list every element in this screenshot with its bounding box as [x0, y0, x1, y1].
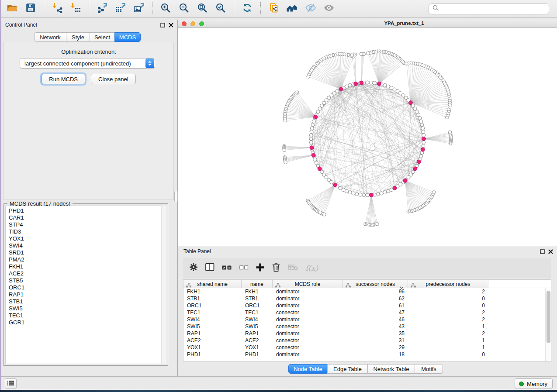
import-table-button[interactable]	[66, 1, 85, 16]
eye-icon	[323, 3, 335, 15]
table-row[interactable]: FKH1FKH1dominator962	[183, 288, 551, 295]
column-header-MCDS-role[interactable]: MCDS role	[273, 280, 343, 288]
mcds-result-list[interactable]: PHD1CAR1STP4TID3YOX1SWI4SRD1PMA2FKH1ACE2…	[5, 206, 166, 364]
column-header-shared-name[interactable]: shared name	[183, 280, 242, 288]
select-all-columns-button[interactable]	[222, 264, 232, 272]
float-panel-button[interactable]	[540, 249, 545, 254]
zoom-selected-button[interactable]	[211, 1, 230, 16]
network-window-titlebar[interactable]: YPA_prune.txt_1	[178, 20, 557, 28]
zoom-selected-icon	[215, 3, 226, 15]
mcds-node-item[interactable]: TID3	[9, 228, 160, 235]
table-row[interactable]: SWI5SWI5connector431	[183, 323, 551, 330]
tab-network[interactable]: Network	[34, 32, 66, 42]
table-cell: ORC1	[242, 302, 273, 309]
first-neighbors-button[interactable]	[283, 1, 301, 16]
open-file-button[interactable]	[3, 1, 21, 16]
tab-node-table[interactable]: Node Table	[288, 364, 328, 374]
refresh-button[interactable]	[238, 1, 256, 16]
search-input[interactable]	[442, 6, 545, 12]
show-panels-button[interactable]	[5, 378, 17, 389]
zoom-in-button[interactable]	[156, 1, 175, 16]
table-row[interactable]: PHD1PHD1dominator180	[183, 351, 551, 358]
mcds-node-item[interactable]: CAR1	[9, 214, 160, 221]
tab-motifs[interactable]: Motifs	[415, 364, 443, 374]
network-graph[interactable]	[178, 28, 557, 246]
tab-select[interactable]: Select	[90, 32, 115, 42]
table-row[interactable]: SWI4SWI4dominator462	[183, 316, 551, 323]
tab-edge-table[interactable]: Edge Table	[327, 364, 368, 374]
column-header-predecessor-nodes[interactable]: predecessor nodes	[408, 280, 488, 288]
mcds-node-item[interactable]: SRD1	[9, 249, 160, 256]
tab-network-table[interactable]: Network Table	[367, 364, 415, 374]
table-cell: dominator	[273, 288, 343, 295]
minimize-window-button[interactable]	[190, 21, 195, 26]
mcds-node-item[interactable]: RAP1	[9, 291, 160, 298]
delete-table-button[interactable]	[288, 264, 298, 272]
deselect-all-columns-button[interactable]	[239, 264, 249, 272]
table-cell: connector	[273, 323, 343, 330]
mcds-node-item[interactable]: SWI4	[9, 242, 160, 249]
dropdown-stepper-icon	[145, 58, 154, 68]
mcds-node-item[interactable]: STB5	[9, 277, 160, 284]
mcds-node-item[interactable]: STB1	[9, 298, 160, 305]
table-row[interactable]: TEC1TEC1connector472	[183, 309, 551, 316]
float-panel-button[interactable]	[160, 23, 165, 28]
mcds-node-item[interactable]: FKH1	[9, 263, 160, 270]
network-canvas[interactable]	[178, 28, 557, 246]
close-panel-button[interactable]	[548, 249, 553, 254]
mcds-node-item[interactable]: GCR1	[9, 319, 160, 326]
memory-button[interactable]: Memory	[515, 378, 553, 389]
result-scrollbar[interactable]	[161, 206, 166, 364]
table-cell: TEC1	[242, 309, 273, 316]
table-cell: 2	[408, 330, 488, 337]
run-mcds-button[interactable]: Run MCDS	[42, 74, 85, 84]
export-image-button[interactable]	[130, 1, 148, 16]
table-row[interactable]: RAP1RAP1dominator352	[183, 330, 551, 337]
sort-chevron-icon	[400, 283, 404, 291]
mcds-node-item[interactable]: SWI5	[9, 305, 160, 312]
table-settings-button[interactable]	[189, 263, 198, 273]
scrollbar-thumb[interactable]	[547, 291, 550, 343]
import-network-button[interactable]	[48, 1, 66, 16]
splitter-handle[interactable]	[174, 191, 178, 202]
zoom-fit-button[interactable]	[193, 1, 211, 16]
table-row[interactable]: YOX1YOX1connector291	[183, 344, 551, 351]
export-table-button[interactable]	[111, 1, 130, 16]
optimization-criterion-label: Optimization criterion:	[4, 48, 173, 55]
table-scrollbar[interactable]	[545, 288, 551, 361]
panel-list-icon	[7, 380, 14, 388]
save-session-button[interactable]	[21, 1, 40, 16]
create-column-button[interactable]	[256, 263, 264, 273]
search-box[interactable]	[429, 3, 549, 14]
mcds-node-item[interactable]: PMA2	[9, 256, 160, 263]
table-cell: PHD1	[242, 351, 273, 358]
mcds-node-item[interactable]: TEC1	[9, 312, 160, 319]
hide-selected-button[interactable]	[301, 1, 320, 16]
sitemap-icon	[186, 282, 191, 289]
mcds-node-item[interactable]: STP4	[9, 221, 160, 228]
maximize-window-button[interactable]	[199, 21, 204, 26]
show-all-button[interactable]	[320, 1, 338, 16]
tab-style[interactable]: Style	[66, 32, 90, 42]
criterion-dropdown[interactable]: largest connected component (undirected)	[20, 58, 155, 69]
table-row[interactable]: ACE2ACE2connector311	[183, 337, 551, 344]
tab-mcds[interactable]: MCDS	[114, 32, 141, 42]
duplicate-network-button[interactable]	[265, 1, 283, 16]
mcds-node-item[interactable]: PHD1	[9, 207, 160, 214]
column-header-name[interactable]: name	[242, 280, 273, 288]
delete-column-button[interactable]	[272, 263, 280, 274]
table-cell: 31	[343, 337, 408, 344]
close-panel-button[interactable]	[169, 23, 173, 28]
table-row[interactable]: STB1STB1dominator620	[183, 295, 551, 302]
close-panel-button-2[interactable]: Close panel	[91, 74, 136, 84]
mcds-node-item[interactable]: ORC1	[9, 284, 160, 291]
table-row[interactable]: ORC1ORC1dominator610	[183, 302, 551, 309]
show-columns-button[interactable]	[205, 263, 214, 273]
zoom-out-button[interactable]	[175, 1, 193, 16]
function-builder-button[interactable]: f(x)	[305, 264, 318, 272]
mcds-node-item[interactable]: YOX1	[9, 235, 160, 242]
column-header-successor-nodes[interactable]: successor nodes	[343, 280, 408, 288]
mcds-node-item[interactable]: ACE2	[9, 270, 160, 277]
close-window-button[interactable]	[182, 21, 187, 26]
export-network-button[interactable]	[93, 1, 111, 16]
